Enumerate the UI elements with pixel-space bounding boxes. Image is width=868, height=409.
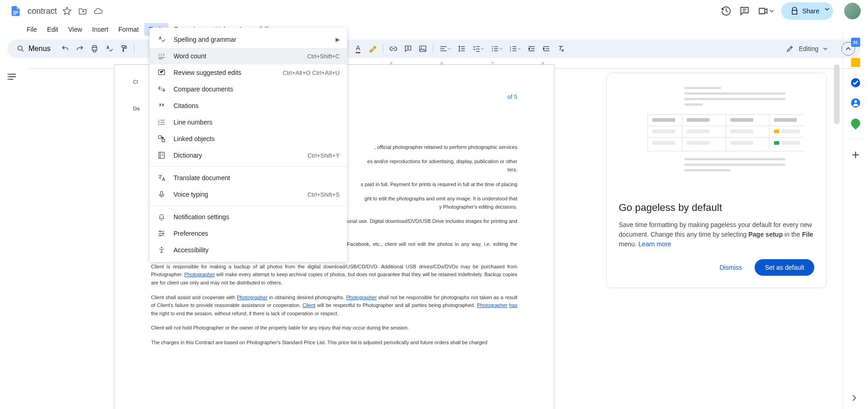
numbered-list-button[interactable]: 123 bbox=[507, 42, 523, 55]
vertical-scrollbar[interactable] bbox=[834, 64, 840, 124]
svg-rect-25 bbox=[161, 191, 163, 195]
menu-citations[interactable]: Citations bbox=[150, 97, 347, 114]
dropdown-label: Dictionary bbox=[174, 152, 300, 159]
dropdown-label: Citations bbox=[174, 102, 340, 109]
dismiss-button[interactable]: Dismiss bbox=[712, 259, 749, 276]
side-panel: 31 bbox=[842, 32, 868, 409]
clear-formatting-button[interactable] bbox=[554, 42, 567, 55]
set-default-button[interactable]: Set as default bbox=[755, 259, 814, 276]
svg-text:1: 1 bbox=[158, 53, 160, 56]
menu-review-edits[interactable]: Review suggested edits Ctrl+Alt+O Ctrl+A… bbox=[150, 64, 347, 81]
dropdown-label: Line numbers bbox=[174, 119, 340, 126]
dropdown-label: Translate document bbox=[174, 174, 340, 182]
paint-format-button[interactable] bbox=[118, 42, 130, 55]
star-icon[interactable] bbox=[62, 6, 72, 16]
cloud-status-icon[interactable] bbox=[94, 6, 103, 16]
document-title[interactable]: contract bbox=[28, 6, 57, 16]
review-icon bbox=[157, 68, 166, 77]
comments-icon[interactable] bbox=[739, 6, 750, 17]
svg-point-27 bbox=[162, 233, 164, 234]
svg-text:3: 3 bbox=[158, 123, 160, 126]
menu-line-numbers[interactable]: 123 Line numbers bbox=[150, 114, 347, 131]
svg-rect-34 bbox=[684, 92, 785, 95]
menu-preferences[interactable]: Preferences bbox=[150, 225, 347, 242]
dropdown-shortcut: Ctrl+Shift+Y bbox=[308, 152, 340, 159]
svg-rect-56 bbox=[774, 141, 779, 145]
dropdown-label: Voice typing bbox=[174, 191, 300, 198]
dropdown-label: Spelling and grammar bbox=[174, 36, 328, 43]
svg-rect-1 bbox=[13, 12, 18, 13]
undo-button[interactable] bbox=[59, 42, 72, 55]
mic-icon bbox=[157, 190, 166, 199]
menu-format[interactable]: Format bbox=[114, 23, 143, 36]
docs-logo[interactable] bbox=[7, 3, 24, 19]
menu-spelling-grammar[interactable]: Spelling and grammar ▶ bbox=[150, 31, 347, 48]
menu-insert[interactable]: Insert bbox=[88, 23, 113, 36]
menu-notification-settings[interactable]: Notification settings bbox=[150, 209, 347, 225]
maps-icon[interactable] bbox=[849, 117, 862, 130]
search-icon bbox=[17, 45, 25, 53]
menu-file[interactable]: File bbox=[22, 23, 42, 36]
text-color-button[interactable]: A bbox=[352, 42, 364, 55]
menu-accessibility-item[interactable]: Accessibility bbox=[150, 242, 347, 258]
svg-rect-2 bbox=[13, 14, 16, 15]
add-comment-button[interactable] bbox=[402, 42, 414, 55]
menu-compare-docs[interactable]: Compare documents bbox=[150, 81, 347, 97]
outline-icon bbox=[7, 72, 17, 82]
menu-linked-objects[interactable]: Linked objects bbox=[150, 131, 347, 147]
decrease-indent-button[interactable] bbox=[525, 42, 538, 55]
dropdown-label: Notification settings bbox=[174, 213, 340, 221]
svg-rect-47 bbox=[774, 118, 797, 122]
svg-point-30 bbox=[8, 74, 9, 74]
editing-label: Editing bbox=[799, 45, 818, 52]
account-avatar[interactable] bbox=[844, 3, 861, 19]
spellcheck-button[interactable] bbox=[103, 42, 116, 55]
redo-button[interactable] bbox=[73, 42, 86, 55]
menu-view[interactable]: View bbox=[64, 23, 87, 36]
side-panel-collapse-icon[interactable] bbox=[849, 392, 860, 403]
svg-point-32 bbox=[8, 79, 9, 80]
pencil-icon bbox=[786, 45, 794, 53]
history-icon[interactable] bbox=[721, 6, 732, 17]
menu-word-count[interactable]: 123 Word count Ctrl+Shift+C bbox=[150, 48, 347, 64]
move-icon[interactable] bbox=[78, 6, 87, 16]
print-button[interactable] bbox=[88, 42, 101, 55]
svg-rect-33 bbox=[684, 87, 721, 89]
bulleted-list-button[interactable] bbox=[488, 42, 505, 55]
align-button[interactable] bbox=[437, 42, 454, 55]
insert-image-button[interactable] bbox=[416, 42, 429, 55]
share-dropdown-caret[interactable] bbox=[821, 2, 833, 20]
search-menus-button[interactable]: Menus bbox=[13, 43, 57, 55]
menu-translate[interactable]: Translate document bbox=[150, 170, 347, 186]
svg-rect-22 bbox=[158, 136, 161, 138]
preferences-icon bbox=[157, 229, 166, 238]
svg-point-11 bbox=[492, 50, 493, 51]
accessibility-icon bbox=[157, 245, 166, 255]
toolbar: Menus B I U A 123 Editing bbox=[7, 40, 861, 58]
meet-icon[interactable] bbox=[757, 6, 774, 17]
svg-point-10 bbox=[492, 48, 493, 49]
calendar-icon[interactable]: 31 bbox=[851, 38, 860, 47]
svg-rect-48 bbox=[652, 130, 675, 133]
insert-link-button[interactable] bbox=[387, 42, 400, 55]
dropdown-label: Word count bbox=[174, 52, 300, 60]
add-addon-icon[interactable] bbox=[851, 150, 860, 159]
outline-toggle[interactable] bbox=[0, 64, 22, 409]
menu-voice-typing[interactable]: Voice typing Ctrl+Shift+S bbox=[150, 186, 347, 203]
toolbar-separator bbox=[433, 44, 433, 53]
contacts-icon[interactable] bbox=[851, 98, 860, 108]
editing-mode-button[interactable]: Editing bbox=[779, 42, 834, 56]
submenu-arrow-icon: ▶ bbox=[336, 36, 340, 43]
checklist-button[interactable] bbox=[470, 42, 487, 55]
menu-dictionary[interactable]: Dictionary Ctrl+Shift+Y bbox=[150, 147, 347, 164]
highlight-button[interactable] bbox=[366, 42, 379, 55]
keep-icon[interactable] bbox=[851, 58, 860, 67]
word-count-icon: 123 bbox=[157, 51, 166, 61]
tasks-icon[interactable] bbox=[851, 78, 860, 87]
chevron-down-icon bbox=[823, 46, 828, 51]
line-spacing-button[interactable] bbox=[455, 42, 468, 55]
increase-indent-button[interactable] bbox=[540, 42, 553, 55]
learn-more-link[interactable]: Learn more bbox=[638, 240, 672, 248]
menu-edit[interactable]: Edit bbox=[43, 23, 63, 36]
svg-rect-57 bbox=[782, 141, 800, 145]
